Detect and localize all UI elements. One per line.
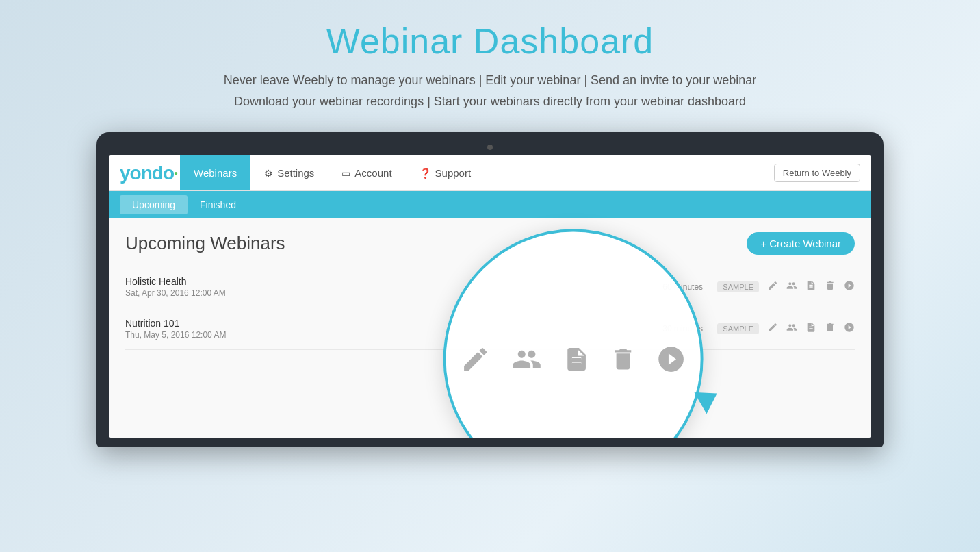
nav-item-settings[interactable]: ⚙ Settings: [250, 155, 328, 190]
gear-icon: ⚙: [264, 168, 273, 179]
nav-label-account: Account: [354, 167, 391, 179]
content-header: Upcoming Webinars + Create Webinar: [125, 232, 855, 255]
account-icon: ▭: [341, 168, 350, 179]
laptop-camera: [487, 145, 493, 150]
zoom-attendees-icon: [510, 344, 544, 375]
play-icon-1[interactable]: [844, 280, 855, 294]
nav-item-webinars[interactable]: Webinars: [180, 155, 250, 190]
attendees-icon-1[interactable]: [786, 280, 797, 294]
play-icon-2[interactable]: [844, 322, 855, 336]
nav-label-settings: Settings: [277, 167, 314, 179]
zoom-edit-icon: [461, 344, 491, 375]
webinar-actions-1: SAMPLE: [717, 280, 855, 294]
page-content: Webinar Dashboard Never leave Weebly to …: [0, 0, 980, 447]
return-to-weebly-button[interactable]: Return to Weebly: [774, 164, 860, 182]
webinar-actions-2: SAMPLE: [717, 322, 855, 336]
main-content: Upcoming Webinars + Create Webinar Holis…: [109, 218, 871, 438]
nav-label-webinars: Webinars: [194, 167, 237, 179]
zoom-recording-icon: [563, 344, 591, 375]
delete-icon-2[interactable]: [825, 322, 836, 336]
edit-icon-2[interactable]: [767, 322, 778, 336]
svg-rect-0: [572, 358, 581, 360]
laptop-screen: yondo● Webinars ⚙ Settings ▭ Account: [109, 155, 871, 438]
tab-upcoming[interactable]: Upcoming: [120, 195, 188, 214]
section-title: Upcoming Webinars: [125, 233, 285, 254]
nav-item-support[interactable]: ❓ Support: [406, 155, 485, 190]
nav-label-support: Support: [435, 167, 472, 179]
delete-icon-1[interactable]: [825, 280, 836, 294]
tab-finished[interactable]: Finished: [188, 195, 248, 214]
create-webinar-button[interactable]: + Create Webinar: [747, 232, 855, 255]
yondo-logo: yondo●: [120, 162, 177, 184]
nav-item-account[interactable]: ▭ Account: [328, 155, 405, 190]
laptop-wrapper: yondo● Webinars ⚙ Settings ▭ Account: [96, 132, 884, 447]
recording-icon-2[interactable]: [805, 322, 816, 336]
zoom-play-icon: [656, 344, 686, 375]
edit-icon-1[interactable]: [767, 280, 778, 294]
laptop-frame: yondo● Webinars ⚙ Settings ▭ Account: [96, 132, 884, 447]
nav-items: Webinars ⚙ Settings ▭ Account ❓ Suppor: [180, 155, 485, 190]
attendees-icon-2[interactable]: [786, 322, 797, 336]
recording-icon-1[interactable]: [805, 280, 816, 294]
svg-rect-1: [572, 363, 581, 365]
support-icon: ❓: [420, 168, 431, 179]
hero-subtitle-line2: Download your webinar recordings | Start…: [224, 91, 756, 112]
hero-subtitle-line1: Never leave Weebly to manage your webina…: [224, 70, 756, 91]
page-title: Webinar Dashboard: [224, 21, 756, 62]
zoom-icons: [461, 344, 686, 375]
zoom-delete-icon: [610, 344, 637, 375]
sub-nav: Upcoming Finished: [109, 191, 871, 218]
zoom-circle-overlay: [443, 229, 704, 438]
app-nav: yondo● Webinars ⚙ Settings ▭ Account: [109, 155, 871, 191]
hero-header: Webinar Dashboard Never leave Weebly to …: [210, 0, 770, 125]
sample-badge-2: SAMPLE: [717, 323, 759, 334]
sample-badge-1: SAMPLE: [717, 281, 759, 292]
